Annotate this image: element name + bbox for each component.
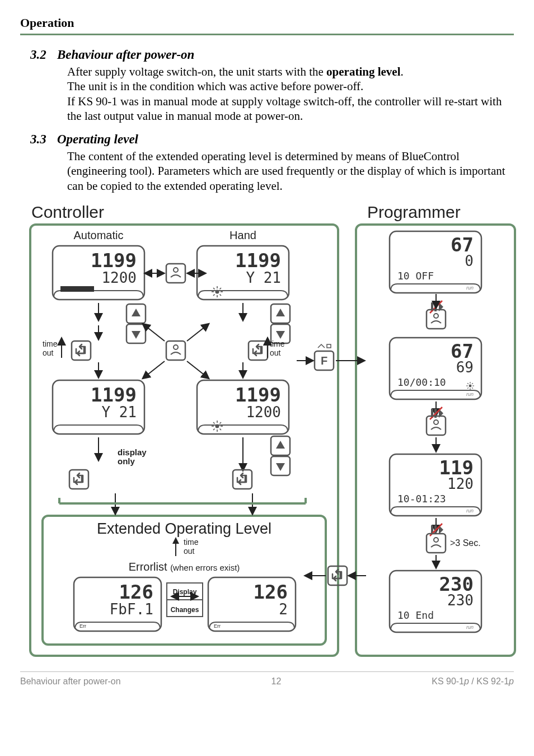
hand-enter-key-2[interactable] xyxy=(233,470,252,489)
footer: Behaviour after power-on 12 KS 90-1p / K… xyxy=(20,671,514,687)
s32-p1b: operating level xyxy=(326,65,400,78)
p1-bot: 0 xyxy=(465,253,474,269)
diagram: Controller Programmer Extended Operating… xyxy=(26,202,514,661)
section-title-33: Operating level xyxy=(57,132,138,147)
controller-title: Controller xyxy=(31,203,104,221)
prog-hand-key-2[interactable] xyxy=(427,416,446,435)
auto-timeout-2: out xyxy=(43,348,54,357)
disp-changes-2: Changes xyxy=(171,606,199,614)
section-number-33: 3.3 xyxy=(20,132,57,147)
prog-hand-key-3[interactable] xyxy=(427,534,446,553)
c-hand-top-val1: 1199 xyxy=(235,249,281,272)
p1-line: 10 OFF xyxy=(397,270,434,282)
prog-screen-3: 119 120 10-01:23 run xyxy=(390,454,481,516)
p4-run: run xyxy=(466,624,474,630)
display-only-2: only xyxy=(118,456,135,466)
prog-hand-key-1[interactable] xyxy=(427,310,446,329)
display-only-1: display xyxy=(118,447,147,457)
c-auto-top-val1: 1199 xyxy=(91,249,137,272)
gt3sec-label: >3 Sec. xyxy=(450,538,481,548)
controller-auto-bot-screen: 1199 Y 21 xyxy=(53,380,144,434)
controller-hand-bot-screen: 1199 1200 xyxy=(197,380,289,434)
svg-rect-50 xyxy=(327,344,331,348)
c-auto-bot-val1: 1199 xyxy=(91,384,137,406)
footer-right: KS 90-1p / KS 92-1p xyxy=(432,676,514,687)
hand-key[interactable] xyxy=(166,264,185,283)
hand-label: Hand xyxy=(229,229,256,241)
c-hand-top-val2: Y 21 xyxy=(246,269,281,286)
display-changes-box: Display Changes xyxy=(167,583,203,617)
prog-screen-1: 67 0 10 OFF run xyxy=(390,231,481,293)
footer-left: Behaviour after power-on xyxy=(20,676,121,687)
svg-rect-21 xyxy=(60,286,94,292)
prog-screen-2: 67 69 10/00:10 run xyxy=(390,338,481,399)
hand-up-key-2[interactable] xyxy=(271,436,290,455)
svg-text:Errorlist (when errors exist): Errorlist (when errors exist) xyxy=(129,561,240,573)
c-hand-bot-val1: 1199 xyxy=(235,384,281,406)
c-auto-bot-val2: Y 21 xyxy=(101,404,137,421)
error-screen-right: 126 2 Err xyxy=(208,577,296,631)
auto-down-key[interactable] xyxy=(127,324,146,343)
auto-enter-key[interactable] xyxy=(72,341,91,360)
c-err-right-val1: 126 xyxy=(254,581,288,603)
s32-p1a: After supply voltage switch-on, the unit… xyxy=(67,65,326,78)
prog-run-key-2[interactable] xyxy=(430,407,443,419)
controller-hand-top-screen: 1199 Y 21 xyxy=(197,246,289,300)
header-rule xyxy=(20,34,514,35)
automatic-label: Automatic xyxy=(74,229,124,241)
svg-line-26 xyxy=(143,324,165,341)
auto-enter-key-2[interactable] xyxy=(69,470,88,489)
p2-line: 10/00:10 xyxy=(397,376,446,388)
p2-bot: 69 xyxy=(456,359,474,376)
c-err-left-val1: 126 xyxy=(119,581,153,603)
hand-up-key[interactable] xyxy=(271,304,290,323)
svg-line-29 xyxy=(187,361,208,378)
ext-op-level-title: Extended Operating Level xyxy=(97,520,271,537)
hand-enter-key[interactable] xyxy=(249,341,268,360)
ext-timeout-1: time xyxy=(184,538,199,547)
s32-p3: If KS 90-1 was in manual mode at supply … xyxy=(67,95,502,123)
c-err-right-val2: 2 xyxy=(279,601,288,618)
p4-bot: 230 xyxy=(447,592,474,609)
c-err-left-val2: FbF.1 xyxy=(110,601,153,618)
section-body-32: After supply voltage switch-on, the unit… xyxy=(67,64,508,123)
err-label-1: Err xyxy=(79,623,86,629)
prog-screen-4: 230 230 10 End run xyxy=(390,571,481,632)
f-key-label: F xyxy=(321,354,327,367)
hand-down-key-2[interactable] xyxy=(271,456,290,475)
controller-auto-top-screen: 1199 1200 xyxy=(53,246,144,300)
c-hand-bot-val2: 1200 xyxy=(246,404,281,421)
s32-p2: The unit is in the condition which was a… xyxy=(67,80,363,93)
error-screen-left: 126 FbF.1 Err xyxy=(74,577,161,631)
f-key[interactable]: F xyxy=(315,344,334,370)
timeout-arrow-up-icon xyxy=(172,537,179,544)
programmer-title: Programmer xyxy=(367,203,461,221)
footer-center: 12 xyxy=(271,676,282,687)
section-body-33: The content of the extended operating le… xyxy=(67,149,508,193)
p4-line: 10 End xyxy=(397,609,434,621)
ext-timeout-2: out xyxy=(184,547,195,556)
p1-run: run xyxy=(466,285,474,291)
section-header: Operation xyxy=(20,16,514,30)
hand-timeout-1: time xyxy=(270,339,285,348)
errorlist-label-a: Errorlist xyxy=(129,561,170,573)
p3-run: run xyxy=(466,508,474,514)
svg-line-27 xyxy=(187,324,208,341)
auto-timeout-1: time xyxy=(43,339,58,348)
p3-line: 10-01:23 xyxy=(397,493,446,505)
errorlist-label-b: (when errors exist) xyxy=(170,563,240,572)
disp-changes-1: Display xyxy=(173,588,197,596)
p2-run: run xyxy=(466,391,474,397)
section-number-32: 3.2 xyxy=(20,48,57,62)
auto-up-key[interactable] xyxy=(127,304,146,323)
p3-bot: 120 xyxy=(447,475,474,492)
section-title-32: Behaviour after power-on xyxy=(57,48,194,62)
s32-p1c: . xyxy=(400,65,403,78)
hand-timeout-2: out xyxy=(270,348,281,357)
svg-line-28 xyxy=(143,361,165,378)
c-auto-top-val2: 1200 xyxy=(101,269,137,286)
hand-key-center[interactable] xyxy=(166,341,185,360)
err-label-2: Err xyxy=(214,623,221,629)
s33-p1: The content of the extended operating le… xyxy=(67,150,505,193)
